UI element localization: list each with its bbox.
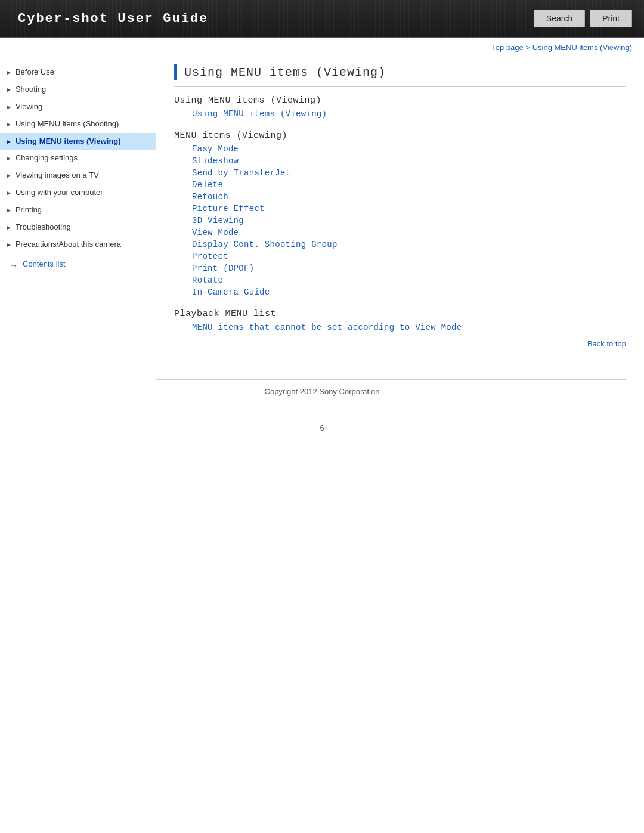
sidebar-item-label: Using with your computer — [16, 188, 103, 198]
sidebar-item-label: Viewing images on a TV — [16, 171, 99, 181]
section3-link[interactable]: MENU items that cannot be set according … — [174, 321, 626, 333]
chevron-icon: ► — [6, 241, 12, 249]
sidebar-item-viewing[interactable]: ► Viewing — [0, 98, 156, 116]
page-title: Using MENU items (Viewing) — [184, 66, 386, 79]
breadcrumb-top-link[interactable]: Top page — [491, 43, 524, 52]
contents-list-label: Contents list — [23, 259, 66, 268]
link-retouch[interactable]: Retouch — [174, 191, 626, 203]
link-in-camera-guide[interactable]: In-Camera Guide — [174, 286, 626, 298]
link-rotate[interactable]: Rotate — [174, 274, 626, 286]
link-easy-mode[interactable]: Easy Mode — [174, 143, 626, 155]
page-number: 6 — [0, 414, 644, 438]
chevron-icon: ► — [6, 86, 12, 94]
app-title: Cyber-shot User Guide — [0, 11, 208, 26]
sidebar-item-viewing-tv[interactable]: ► Viewing images on a TV — [0, 167, 156, 184]
section3-title: Playback MENU list — [174, 309, 626, 319]
content-area: Using MENU items (Viewing) Using MENU it… — [156, 54, 644, 363]
sidebar-item-label: Changing settings — [16, 153, 78, 163]
chevron-icon: ► — [6, 172, 12, 179]
link-picture-effect[interactable]: Picture Effect — [174, 203, 626, 215]
link-print-dpof[interactable]: Print (DPOF) — [174, 262, 626, 274]
sidebar-item-label: Viewing — [16, 102, 42, 112]
sidebar-item-label: Troubleshooting — [16, 222, 71, 233]
sidebar-item-label: Before Use — [16, 67, 54, 78]
breadcrumb: Top page > Using MENU items (Viewing) — [0, 38, 644, 54]
link-send-transferjet[interactable]: Send by TransferJet — [174, 167, 626, 179]
section1-title: Using MENU items (Viewing) — [174, 95, 626, 106]
sidebar-item-changing-settings[interactable]: ► Changing settings — [0, 150, 156, 167]
link-view-mode[interactable]: View Mode — [174, 227, 626, 239]
chevron-icon: ► — [6, 189, 12, 197]
blue-bar-decoration — [174, 64, 177, 80]
chevron-icon: ► — [6, 206, 12, 214]
chevron-icon: ► — [6, 120, 12, 128]
sidebar-item-using-menu-viewing[interactable]: ► Using MENU items (Viewing) — [0, 133, 156, 150]
chevron-icon: ► — [6, 154, 12, 162]
sidebar-item-label: Printing — [16, 205, 42, 215]
sidebar: ► Before Use ► Shooting ► Viewing ► Usin… — [0, 54, 156, 363]
sidebar-item-troubleshooting[interactable]: ► Troubleshooting — [0, 219, 156, 236]
sidebar-item-label: Using MENU items (Shooting) — [16, 119, 119, 129]
sidebar-item-precautions[interactable]: ► Precautions/About this camera — [0, 236, 156, 253]
header-buttons: Search Print — [534, 10, 644, 27]
chevron-icon: ► — [6, 138, 12, 145]
breadcrumb-current-link[interactable]: Using MENU items (Viewing) — [532, 43, 632, 52]
main-layout: ► Before Use ► Shooting ► Viewing ► Usin… — [0, 54, 644, 374]
link-protect[interactable]: Protect — [174, 250, 626, 262]
link-delete[interactable]: Delete — [174, 179, 626, 191]
link-display-cont-shooting[interactable]: Display Cont. Shooting Group — [174, 239, 626, 250]
link-3d-viewing[interactable]: 3D Viewing — [174, 215, 626, 227]
section1-link[interactable]: Using MENU items (Viewing) — [174, 108, 626, 120]
header: Cyber-shot User Guide Search Print — [0, 0, 644, 38]
sidebar-item-using-computer[interactable]: ► Using with your computer — [0, 184, 156, 202]
link-slideshow[interactable]: Slideshow — [174, 155, 626, 167]
arrow-right-icon — [10, 261, 20, 267]
search-button[interactable]: Search — [534, 10, 585, 27]
sidebar-item-before-use[interactable]: ► Before Use — [0, 64, 156, 81]
sidebar-item-shooting[interactable]: ► Shooting — [0, 81, 156, 98]
sidebar-item-label: Using MENU items (Viewing) — [16, 137, 121, 147]
sidebar-item-label: Shooting — [16, 85, 46, 95]
section2-title: MENU items (Viewing) — [174, 131, 626, 141]
breadcrumb-separator: > — [524, 43, 532, 52]
contents-list-link[interactable]: Contents list — [0, 253, 156, 272]
sidebar-item-printing[interactable]: ► Printing — [0, 202, 156, 219]
chevron-icon: ► — [6, 224, 12, 231]
print-button[interactable]: Print — [590, 10, 632, 27]
sidebar-item-label: Precautions/About this camera — [16, 240, 121, 250]
back-to-top-section: Back to top — [174, 333, 626, 351]
chevron-icon: ► — [6, 103, 12, 111]
back-to-top-link[interactable]: Back to top — [587, 339, 626, 348]
sidebar-item-using-menu-shooting[interactable]: ► Using MENU items (Shooting) — [0, 116, 156, 133]
copyright-text: Copyright 2012 Sony Corporation — [265, 387, 380, 396]
page-heading-section: Using MENU items (Viewing) — [174, 64, 626, 87]
chevron-icon: ► — [6, 69, 12, 76]
footer: Copyright 2012 Sony Corporation — [0, 380, 644, 414]
